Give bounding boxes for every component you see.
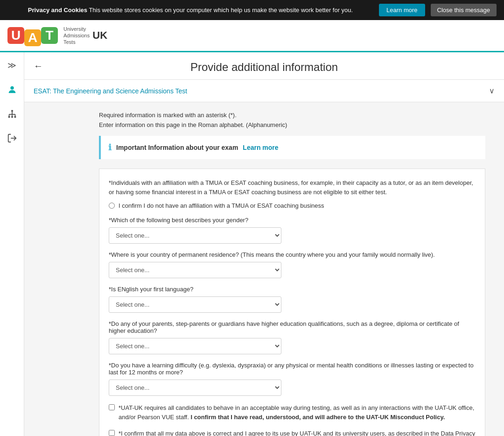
form-area: Required information is marked with an a… [24,102,504,436]
logo-text: University Admissions Tests [63,26,90,46]
logo-text-block: University Admissions Tests [61,26,90,46]
svg-point-0 [10,86,14,90]
page-title: Provide additional information [24,61,504,74]
gender-question: *Which of the following best describes y… [109,217,476,224]
info-learn-more-link[interactable]: Learn more [243,144,278,151]
cookie-banner: Privacy and Cookies This website stores … [0,0,504,20]
sidebar: ≫ P [0,52,24,436]
roman-note: Enter information on this page in the Ro… [99,121,485,128]
misconduct-bold: I confirm that I have read, understood, … [190,414,445,421]
english-select[interactable]: Select one... [109,296,281,313]
logo-t: T [41,27,58,44]
svg-rect-3 [11,116,13,118]
sidebar-collapse-icon[interactable]: ≫ [5,58,20,73]
cookie-bold: Privacy and Cookies [28,7,87,14]
parents-select[interactable]: Select one... [109,338,281,354]
svg-rect-4 [14,116,16,118]
learning-question: *Do you have a learning difficulty (e.g.… [109,362,476,376]
misconduct-checkbox[interactable] [109,404,115,410]
logo-uk: UK [92,29,107,42]
logo-a: A [24,29,41,46]
logo-letters: U A T [7,25,58,46]
info-box: ℹ Important Information about your exam … [99,136,485,159]
info-box-text: Important Information about your exam [116,144,238,151]
required-note: Required information is marked with an a… [99,112,485,119]
section-link[interactable]: ESAT: The Engineering and Science Admiss… [34,87,187,95]
sidebar-user-icon[interactable] [5,82,20,97]
form-card: *Individuals with an affiliation with a … [99,169,485,436]
section-header[interactable]: ESAT: The Engineering and Science Admiss… [24,80,504,102]
cookie-text: Privacy and Cookies This website stores … [7,7,373,14]
chevron-down-icon: ∨ [489,86,495,95]
learn-more-button[interactable]: Learn more [379,4,425,16]
page-header: ← Provide additional information [24,52,504,80]
content-area: ← Provide additional information ESAT: T… [24,52,504,436]
misconduct-checkbox-row: *UAT-UK requires all candidates to behav… [109,403,476,422]
residence-select[interactable]: Select one... [109,262,281,278]
learning-select[interactable]: Select one... [109,380,281,396]
affiliation-radio[interactable] [109,203,115,209]
privacy-checkbox[interactable] [109,430,115,436]
logo: U A T University Admissions Tests UK [7,25,107,46]
privacy-checkbox-row: *I confirm that all my data above is cor… [109,429,476,436]
site-header: U A T University Admissions Tests UK [0,20,504,52]
sidebar-org-icon[interactable] [5,106,20,121]
affiliation-radio-label[interactable]: I confirm I do not have an affiliation w… [109,202,476,209]
logo-u: U [7,27,24,44]
affiliation-text: *Individuals with an affiliation with a … [109,178,476,197]
info-icon: ℹ [108,142,112,153]
english-question: *Is ENglish your first language? [109,286,476,293]
gender-select[interactable]: Select one... [109,227,281,244]
cookie-normal: This website stores cookies on your comp… [89,7,353,14]
svg-rect-2 [8,116,10,118]
close-message-button[interactable]: Close this message [431,4,497,16]
affiliation-radio-text: I confirm I do not have an affiliation w… [119,202,324,209]
back-button[interactable]: ← [34,61,43,71]
misconduct-text: *UAT-UK requires all candidates to behav… [119,403,476,422]
main-layout: ≫ P ← Provide additional information ESA… [0,52,504,436]
svg-rect-1 [11,110,13,112]
sidebar-logout-icon[interactable] [5,131,20,146]
privacy-text: *I confirm that all my data above is cor… [119,429,476,436]
residence-question: *Where is your country of permanent resi… [109,251,476,258]
parents-question: *Do any of your parents, step-parents or… [109,320,476,334]
